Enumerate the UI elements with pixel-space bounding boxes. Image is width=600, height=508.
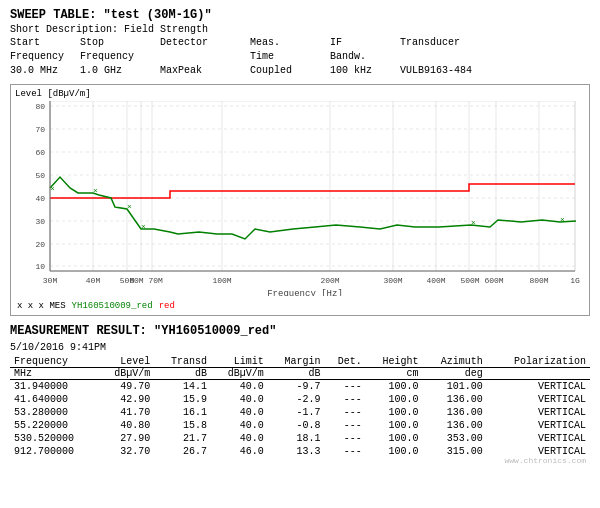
table-cell: 353.00: [422, 432, 486, 445]
col-v-stop: 1.0 GHz: [80, 64, 160, 78]
svg-text:50: 50: [35, 171, 45, 180]
table-row: 31.94000049.7014.140.0-9.7---100.0101.00…: [10, 380, 590, 394]
col-u-dbuvm2: dBµV/m: [211, 368, 268, 380]
col-h2-bandw: Bandw.: [330, 50, 400, 64]
table-cell: 530.520000: [10, 432, 98, 445]
svg-text:×: ×: [560, 215, 565, 224]
table-cell: 40.0: [211, 380, 268, 394]
meas-title: MEASUREMENT RESULT: "YH160510009_red": [10, 324, 590, 338]
col-v-transducer: VULB9163-484: [400, 64, 520, 78]
col-h2-time: Time: [250, 50, 330, 64]
col-h-stop: Stop: [80, 36, 160, 50]
col-h-transducer: Transducer: [400, 36, 520, 50]
col-v-detector: MaxPeak: [160, 64, 250, 78]
table-cell: 41.640000: [10, 393, 98, 406]
col-u-det: [324, 368, 365, 380]
col-u-deg: deg: [422, 368, 486, 380]
table-row: 530.52000027.9021.740.018.1---100.0353.0…: [10, 432, 590, 445]
col-u-db2: dB: [268, 368, 325, 380]
svg-text:30: 30: [35, 217, 45, 226]
table-cell: VERTICAL: [487, 406, 590, 419]
table-cell: ---: [324, 406, 365, 419]
table-cell: 15.8: [154, 419, 211, 432]
table-cell: 100.0: [366, 419, 423, 432]
table-cell: 40.0: [211, 432, 268, 445]
col-h2-freq2: Frequency: [80, 50, 160, 64]
col-h-det: Det.: [324, 356, 365, 368]
col-u-cm: cm: [366, 368, 423, 380]
table-cell: 101.00: [422, 380, 486, 394]
table-cell: 100.0: [366, 432, 423, 445]
table-cell: 136.00: [422, 419, 486, 432]
table-cell: ---: [324, 419, 365, 432]
svg-text:40M: 40M: [86, 276, 101, 285]
table-cell: 40.0: [211, 406, 268, 419]
col-h-height: Height: [366, 356, 423, 368]
table-cell: 136.00: [422, 393, 486, 406]
svg-text:70: 70: [35, 125, 45, 134]
col-h-if: IF: [330, 36, 400, 50]
col-u-pol: [487, 368, 590, 380]
col-u-dbuvm: dBµV/m: [98, 368, 155, 380]
table-cell: 55.220000: [10, 419, 98, 432]
svg-text:80: 80: [35, 102, 45, 111]
table-cell: 100.0: [366, 393, 423, 406]
svg-text:200M: 200M: [320, 276, 339, 285]
table-cell: 18.1: [268, 432, 325, 445]
svg-text:60: 60: [35, 148, 45, 157]
table-cell: -9.7: [268, 380, 325, 394]
table-cell: 100.0: [366, 380, 423, 394]
svg-text:20: 20: [35, 240, 45, 249]
svg-text:Frequency [Hz]: Frequency [Hz]: [267, 289, 343, 296]
col-h-polarization: Polarization: [487, 356, 590, 368]
table-cell: -1.7: [268, 406, 325, 419]
col-h-limit: Limit: [211, 356, 268, 368]
col-h-frequency: Frequency: [10, 356, 98, 368]
svg-text:60M 70M: 60M 70M: [129, 276, 163, 285]
svg-text:×: ×: [127, 202, 132, 211]
chart-container: Level [dBµV/m] 80 70 60 50 40 30: [10, 84, 590, 316]
col-h-margin: Margin: [268, 356, 325, 368]
table-cell: 49.70: [98, 380, 155, 394]
table-row: 41.64000042.9015.940.0-2.9---100.0136.00…: [10, 393, 590, 406]
svg-text:10: 10: [35, 262, 45, 271]
table-row: 53.28000041.7016.140.0-1.7---100.0136.00…: [10, 406, 590, 419]
table-cell: VERTICAL: [487, 419, 590, 432]
legend-red-label: red: [159, 301, 175, 311]
legend-x-label: x x x MES: [17, 301, 66, 311]
watermark: www.chtronics.com: [6, 456, 586, 465]
svg-text:100M: 100M: [212, 276, 231, 285]
table-cell: 42.90: [98, 393, 155, 406]
col-h-detector: Detector: [160, 36, 250, 50]
svg-text:400M: 400M: [426, 276, 445, 285]
table-cell: 53.280000: [10, 406, 98, 419]
svg-text:1G: 1G: [570, 276, 580, 285]
svg-text:×: ×: [93, 186, 98, 195]
chart-y-label: Level [dBµV/m]: [15, 89, 585, 99]
table-cell: -2.9: [268, 393, 325, 406]
meas-section: MEASUREMENT RESULT: "YH160510009_red" 5/…: [10, 324, 590, 458]
col-u-db: dB: [154, 368, 211, 380]
table-cell: 40.0: [211, 419, 268, 432]
legend-green-label: YH160510009_red: [72, 301, 153, 311]
svg-text:×: ×: [471, 218, 476, 227]
svg-text:300M: 300M: [383, 276, 402, 285]
meas-date: 5/10/2016 9:41PM: [10, 342, 590, 353]
table-cell: 27.90: [98, 432, 155, 445]
table-cell: -0.8: [268, 419, 325, 432]
svg-text:500M 600M: 500M 600M: [460, 276, 503, 285]
table-cell: 16.1: [154, 406, 211, 419]
table-cell: ---: [324, 432, 365, 445]
svg-text:800M: 800M: [529, 276, 548, 285]
col-h2-empty2: [400, 50, 520, 64]
sweep-desc: Short Description: Field Strength: [10, 24, 590, 35]
table-cell: 31.940000: [10, 380, 98, 394]
legend-area: x x x MES YH160510009_red red: [15, 301, 585, 311]
col-h2-empty: [160, 50, 250, 64]
col-h-start: Start: [10, 36, 80, 50]
col-v-meas: Coupled: [250, 64, 330, 78]
sweep-columns: Start Stop Detector Meas. IF Transducer …: [10, 36, 590, 78]
table-cell: VERTICAL: [487, 432, 590, 445]
chart-svg-wrapper: 80 70 60 50 40 30 20 10: [15, 101, 585, 299]
col-h-level: Level: [98, 356, 155, 368]
